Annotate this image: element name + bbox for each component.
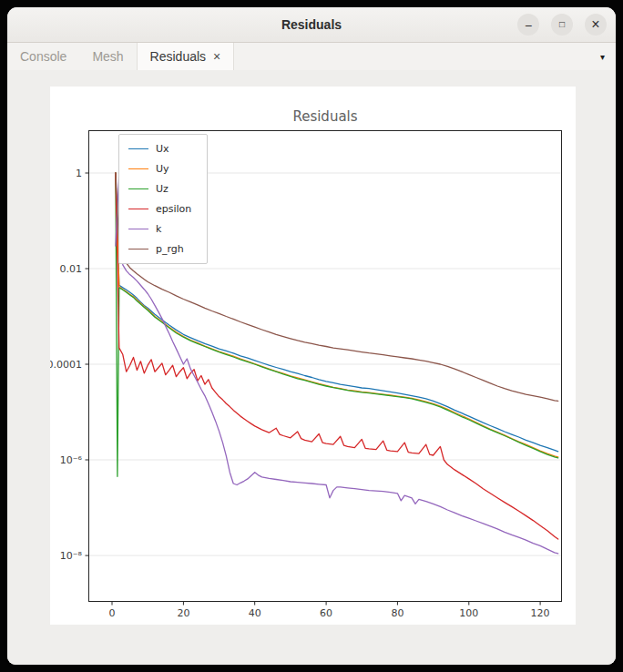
window-controls: − □ × xyxy=(517,7,607,42)
legend-item-Ux: Ux xyxy=(128,142,198,156)
legend-item-k: k xyxy=(128,222,198,236)
maximize-button[interactable]: □ xyxy=(551,14,573,36)
y-tick-label: 10⁻⁸ xyxy=(60,550,83,562)
tab-residuals-label: Residuals xyxy=(150,49,206,64)
legend-item-Uz: Uz xyxy=(128,182,198,196)
window-title: Residuals xyxy=(281,17,342,32)
tab-overflow-button[interactable]: ▾ xyxy=(589,43,616,70)
legend-label-Uy: Uy xyxy=(156,163,169,175)
tab-mesh[interactable]: Mesh xyxy=(79,43,136,70)
residuals-figure: 02040608010012010.010.000110⁻⁶10⁻⁸ Resid… xyxy=(50,87,576,625)
legend-swatch-Ux xyxy=(128,148,148,149)
tab-residuals[interactable]: Residuals × xyxy=(137,43,235,70)
legend-swatch-Uy xyxy=(128,168,148,169)
legend-swatch-p_rgh xyxy=(128,249,148,249)
legend-label-p_rgh: p_rgh xyxy=(156,243,184,255)
legend-item-p_rgh: p_rgh xyxy=(128,242,198,256)
legend-swatch-Uz xyxy=(128,188,148,189)
x-tick-label: 20 xyxy=(177,607,189,619)
legend-label-Ux: Ux xyxy=(156,143,169,155)
y-tick-label: 10⁻⁶ xyxy=(60,454,83,466)
close-icon: × xyxy=(591,17,599,32)
app-window: Residuals − □ × Console Mesh Residuals ×… xyxy=(7,7,616,665)
legend-item-epsilon: epsilon xyxy=(128,202,198,216)
y-tick-label: 0.01 xyxy=(60,263,83,275)
maximize-icon: □ xyxy=(559,20,565,29)
x-tick-label: 60 xyxy=(320,607,332,619)
x-tick-label: 100 xyxy=(459,607,478,619)
x-tick-label: 40 xyxy=(249,607,261,619)
y-tick-label: 0.0001 xyxy=(50,359,82,371)
close-button[interactable]: × xyxy=(585,14,607,36)
tab-bar: Console Mesh Residuals × ▾ xyxy=(7,43,616,71)
chart-title: Residuals xyxy=(88,108,562,125)
tab-console[interactable]: Console xyxy=(7,43,79,70)
minimize-button[interactable]: − xyxy=(517,14,539,36)
legend-item-Uy: Uy xyxy=(128,162,198,176)
legend-swatch-k xyxy=(128,229,148,229)
minimize-icon: − xyxy=(525,19,532,32)
legend-label-epsilon: epsilon xyxy=(156,203,191,215)
content-area: 02040608010012010.010.000110⁻⁶10⁻⁸ Resid… xyxy=(7,70,616,665)
chevron-down-icon: ▾ xyxy=(600,52,605,62)
tab-close-icon[interactable]: × xyxy=(213,50,220,63)
chart-legend: UxUyUzepsilonkp_rgh xyxy=(118,134,208,264)
x-tick-label: 120 xyxy=(531,607,550,619)
tab-console-label: Console xyxy=(20,49,66,64)
x-tick-label: 0 xyxy=(109,607,116,619)
x-tick-label: 80 xyxy=(391,607,403,619)
tab-mesh-label: Mesh xyxy=(92,49,123,64)
y-tick-label: 1 xyxy=(76,168,82,179)
legend-swatch-epsilon xyxy=(128,209,148,209)
legend-label-k: k xyxy=(156,223,161,235)
legend-label-Uz: Uz xyxy=(156,183,169,195)
title-bar[interactable]: Residuals − □ × xyxy=(7,7,616,43)
